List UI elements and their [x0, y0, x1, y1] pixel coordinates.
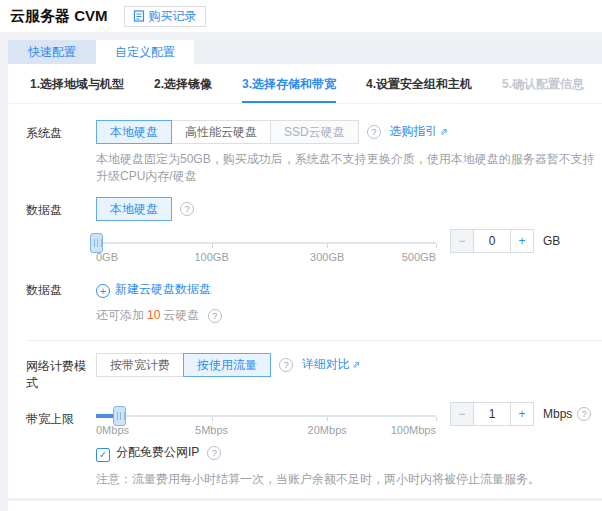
- network-billing-label: 网络计费模式: [26, 353, 96, 392]
- data-disk-slider-track[interactable]: [96, 242, 436, 244]
- system-disk-option-premium-cloud[interactable]: 高性能云硬盘: [171, 120, 271, 144]
- bandwidth-slider-track[interactable]: [96, 415, 436, 417]
- slider-tickmark: [327, 244, 328, 248]
- bandwidth-slider: 0Mbps 5Mbps 20Mbps 100Mbps: [96, 404, 436, 440]
- bandwidth-label: 带宽上限: [26, 402, 96, 428]
- external-link-icon: ⇗: [439, 126, 447, 137]
- billing-compare-link[interactable]: 详细对比: [302, 357, 350, 371]
- slider-tickmark: [436, 417, 437, 421]
- slider-tick-label: 5Mbps: [195, 424, 228, 436]
- step-storage-bandwidth[interactable]: 3.选择存储和带宽: [242, 76, 336, 103]
- free-public-ip-label: 分配免费公网IP: [116, 445, 199, 459]
- network-billing-help-icon[interactable]: ?: [279, 358, 293, 372]
- bandwidth-help-icon[interactable]: ?: [577, 407, 591, 421]
- purchase-history-button[interactable]: 购买记录: [124, 6, 206, 27]
- step-security-host[interactable]: 4.设置安全组和主机: [366, 76, 472, 103]
- system-disk-guide-link[interactable]: 选购指引: [389, 124, 437, 138]
- system-disk-help-icon[interactable]: ?: [367, 125, 381, 139]
- cloud-data-disk-row: 数据盘 +新建云硬盘数据盘 还可添加10云硬盘 ?: [8, 277, 602, 324]
- bandwidth-row: 带宽上限 0Mbps 5Mbps 20Mbps 100Mbps − 1: [8, 402, 602, 488]
- fee-panel: 费用 配置费用 0.17元 /小时 (阶梯计费?) 带宽费用 0.80元 /GB…: [8, 501, 602, 511]
- slider-tickmark: [327, 417, 328, 421]
- add-cloud-disk-link[interactable]: 新建云硬盘数据盘: [115, 282, 211, 296]
- data-disk-minus-button[interactable]: −: [450, 229, 474, 253]
- data-disk-option-local[interactable]: 本地硬盘: [96, 197, 172, 221]
- step-region-type[interactable]: 1.选择地域与机型: [30, 76, 124, 103]
- bandwidth-stepper: − 1 +: [450, 402, 534, 426]
- system-disk-note: 本地硬盘固定为50GB，购买成功后，系统盘不支持更换介质，使用本地硬盘的服务器暂…: [96, 151, 602, 185]
- slider-tick-label: 100GB: [194, 251, 228, 263]
- free-public-ip-checkbox[interactable]: ✓: [96, 448, 110, 462]
- slider-tick-label: 100Mbps: [391, 424, 436, 436]
- data-disk-size-value[interactable]: 0: [473, 229, 511, 253]
- data-disk-options: 本地硬盘: [96, 197, 172, 221]
- system-disk-row: 系统盘 本地硬盘 高性能云硬盘 SSD云硬盘 ? 选购指引⇗ 本地硬盘固定为50…: [8, 120, 602, 185]
- data-disk-size-control: 0GB 100GB 300GB 500GB − 0 + GB: [96, 229, 602, 267]
- slider-tick-label: 0Mbps: [96, 424, 129, 436]
- network-billing-options: 按带宽计费 按使用流量: [96, 353, 271, 377]
- main-panel: 1.选择地域与机型 2.选择镜像 3.选择存储和带宽 4.设置安全组和主机 5.…: [8, 64, 602, 498]
- billing-by-bandwidth-option[interactable]: 按带宽计费: [96, 353, 184, 377]
- remaining-suffix: 云硬盘: [163, 308, 199, 322]
- billing-by-traffic-option[interactable]: 按使用流量: [183, 353, 271, 377]
- remaining-prefix: 还可添加: [96, 308, 144, 322]
- tab-quick-config[interactable]: 快速配置: [8, 40, 96, 64]
- data-disk-slider-handle[interactable]: [90, 233, 103, 253]
- data-disk-unit-label: GB: [543, 229, 560, 248]
- spacer: [0, 32, 602, 40]
- purchase-history-label: 购买记录: [149, 8, 197, 25]
- bandwidth-minus-button[interactable]: −: [450, 402, 474, 426]
- slider-tick-label: 300GB: [310, 251, 344, 263]
- system-disk-label: 系统盘: [26, 120, 96, 142]
- traffic-billing-note: 注意：流量费用每小时结算一次，当账户余额不足时，两小时内将被停止流量服务。: [96, 471, 602, 488]
- slider-tick-label: 0GB: [96, 251, 118, 263]
- step-confirm: 5.确认配置信息: [502, 76, 584, 103]
- slider-tick-label: 500GB: [402, 251, 436, 263]
- add-disk-icon: +: [96, 284, 110, 298]
- remaining-count: 10: [147, 308, 160, 322]
- data-disk-plus-button[interactable]: +: [510, 229, 534, 253]
- free-public-ip-row: ✓分配免费公网IP ?: [96, 444, 602, 462]
- data-disk-row: 数据盘 本地硬盘 ? 0GB 100GB 300GB 500GB: [8, 197, 602, 267]
- bandwidth-plus-button[interactable]: +: [510, 402, 534, 426]
- data-disk-help-icon[interactable]: ?: [180, 202, 194, 216]
- bandwidth-unit-label: Mbps: [543, 402, 572, 421]
- data-disk-stepper: − 0 +: [450, 229, 534, 253]
- data-disk-label: 数据盘: [26, 197, 96, 219]
- slider-tick-label: 20Mbps: [308, 424, 347, 436]
- slider-tickmark: [212, 417, 213, 421]
- bandwidth-slider-handle[interactable]: [113, 406, 126, 426]
- cloud-disk-remaining-note: 还可添加10云硬盘 ?: [96, 307, 602, 324]
- system-disk-option-local[interactable]: 本地硬盘: [96, 120, 172, 144]
- section-divider: [26, 340, 602, 341]
- cloud-disk-help-icon[interactable]: ?: [208, 309, 222, 323]
- network-billing-row: 网络计费模式 按带宽计费 按使用流量 ? 详细对比⇗: [8, 353, 602, 392]
- external-link-icon: ⇗: [352, 359, 360, 370]
- purchase-history-icon: [133, 10, 145, 22]
- wizard-steps: 1.选择地域与机型 2.选择镜像 3.选择存储和带宽 4.设置安全组和主机 5.…: [8, 64, 602, 104]
- config-mode-tabs: 快速配置 自定义配置: [8, 40, 602, 64]
- system-disk-option-ssd-cloud: SSD云硬盘: [270, 120, 359, 144]
- data-disk-slider: 0GB 100GB 300GB 500GB: [96, 231, 436, 267]
- page-header: 云服务器 CVM 购买记录: [0, 0, 602, 32]
- system-disk-options: 本地硬盘 高性能云硬盘 SSD云硬盘: [96, 120, 359, 144]
- cloud-data-disk-label: 数据盘: [26, 277, 96, 299]
- step-image[interactable]: 2.选择镜像: [154, 76, 212, 103]
- slider-tickmark: [436, 244, 437, 248]
- bandwidth-control: 0Mbps 5Mbps 20Mbps 100Mbps − 1 + Mbps ?: [96, 402, 602, 440]
- bandwidth-value[interactable]: 1: [473, 402, 511, 426]
- free-public-ip-help-icon[interactable]: ?: [207, 446, 221, 460]
- tab-custom-config[interactable]: 自定义配置: [96, 40, 194, 64]
- page-title: 云服务器 CVM: [10, 7, 108, 26]
- slider-tickmark: [212, 244, 213, 248]
